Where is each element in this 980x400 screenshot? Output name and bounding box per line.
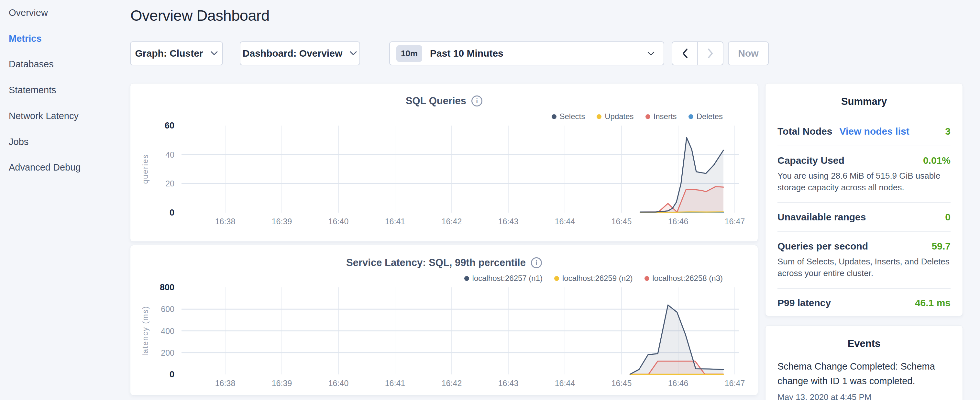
time-step-back-button[interactable] [672, 42, 697, 65]
sidebar-item-statements[interactable]: Statements [9, 85, 56, 96]
view-nodes-list-link[interactable]: View nodes list [839, 126, 909, 137]
chart-title: Service Latency: SQL, 99th percentile [346, 257, 526, 269]
info-icon[interactable]: i [531, 257, 542, 268]
sidebar-nav: OverviewMetricsDatabasesStatementsNetwor… [0, 0, 128, 400]
x-tick-label: 16:43 [498, 379, 519, 388]
x-tick-label: 16:40 [328, 217, 349, 226]
x-tick-label: 16:38 [215, 217, 235, 226]
summary-label: Unavailable ranges [778, 212, 866, 223]
controls-divider [374, 41, 374, 65]
x-tick-label: 16:44 [555, 379, 575, 388]
summary-description: You are using 28.6 MiB of 515.9 GiB usab… [778, 170, 951, 193]
legend-dot-icon [552, 114, 557, 119]
summary-value: 59.7 [932, 241, 951, 252]
x-tick-label: 16:43 [498, 217, 519, 226]
legend-item[interactable]: localhost:26259 (n2) [554, 274, 633, 283]
legend-item[interactable]: localhost:26258 (n3) [644, 274, 723, 283]
events-panel: Events Schema Change Completed: Schema c… [765, 325, 963, 400]
summary-value: 0 [945, 212, 951, 223]
sql-queries-chart-card: SQL Queries i SelectsUpdatesInsertsDelet… [130, 83, 758, 242]
sidebar-item-metrics[interactable]: Metrics [9, 33, 42, 44]
legend-item[interactable]: Inserts [646, 112, 677, 121]
legend-label: localhost:26257 (n1) [473, 274, 542, 283]
y-tick-label: 0 [136, 370, 174, 379]
x-tick-label: 16:39 [272, 217, 292, 226]
dashboard-dropdown[interactable]: Dashboard: Overview [240, 41, 360, 65]
legend-item[interactable]: Selects [552, 112, 585, 121]
summary-row-capacity-used: Capacity Used 0.01% You are using 28.6 M… [778, 146, 951, 202]
controls-bar: Graph: Cluster Dashboard: Overview 10m P… [130, 41, 777, 65]
sidebar-item-databases[interactable]: Databases [9, 59, 54, 70]
x-tick-label: 16:47 [725, 217, 745, 226]
sidebar-item-network-latency[interactable]: Network Latency [9, 111, 79, 121]
x-tick-label: 16:42 [442, 379, 462, 388]
now-button[interactable]: Now [728, 41, 769, 65]
summary-label: P99 latency [778, 297, 831, 308]
time-range-label: Past 10 Minutes [430, 48, 503, 59]
y-tick-label: 0 [136, 208, 174, 218]
chart-plot[interactable] [181, 126, 739, 213]
events-title: Events [765, 325, 963, 349]
legend-dot-icon [646, 114, 650, 119]
x-tick-label: 16:41 [385, 217, 406, 226]
chart-plot[interactable] [181, 287, 739, 375]
event-date: May 13, 2020 at 4:45 PM [778, 392, 951, 400]
chart-title: SQL Queries [406, 95, 466, 107]
legend-dot-icon [554, 276, 559, 281]
legend-item[interactable]: Deletes [689, 112, 723, 121]
x-tick-label: 16:39 [272, 379, 292, 388]
y-axis-label: queries [141, 154, 150, 184]
y-tick-label: 60 [136, 121, 174, 131]
summary-row-total-nodes: Total Nodes View nodes list 3 [778, 117, 951, 146]
legend-label: localhost:26259 (n2) [562, 274, 633, 283]
graph-scope-dropdown[interactable]: Graph: Cluster [130, 41, 223, 65]
chart-legend: SelectsUpdatesInsertsDeletes [552, 112, 723, 121]
x-tick-label: 16:45 [611, 217, 632, 226]
x-tick-label: 16:44 [555, 217, 575, 226]
time-step-buttons [672, 41, 724, 65]
chart-legend: localhost:26257 (n1)localhost:26259 (n2)… [464, 274, 723, 283]
legend-dot-icon [689, 114, 694, 119]
summary-value: 3 [945, 126, 951, 137]
chevron-down-icon [349, 51, 357, 56]
summary-label: Total Nodes [778, 126, 832, 137]
summary-title: Summary [765, 83, 963, 107]
x-tick-label: 16:46 [668, 379, 689, 388]
event-text: Schema Change Completed: Schema change w… [778, 359, 951, 388]
summary-description: Sum of Selects, Updates, Inserts, and De… [778, 256, 951, 279]
sidebar-item-overview[interactable]: Overview [9, 8, 48, 18]
chevron-down-icon [210, 51, 218, 56]
summary-label: Capacity Used [778, 155, 845, 166]
summary-row-queries-per-second: Queries per second 59.7 Sum of Selects, … [778, 231, 951, 288]
legend-label: Updates [605, 112, 633, 121]
summary-value: 46.1 ms [915, 297, 951, 308]
summary-panel: Summary Total Nodes View nodes list 3 Ca… [765, 83, 963, 316]
time-range-selector[interactable]: 10m Past 10 Minutes [389, 41, 664, 65]
time-range-badge: 10m [396, 45, 422, 62]
x-tick-label: 16:40 [328, 379, 349, 388]
chevron-down-icon [648, 51, 654, 56]
x-tick-label: 16:41 [385, 379, 406, 388]
legend-label: Deletes [697, 112, 723, 121]
legend-dot-icon [464, 276, 469, 281]
service-latency-chart-card: Service Latency: SQL, 99th percentile i … [130, 245, 758, 395]
sidebar-item-advanced-debug[interactable]: Advanced Debug [9, 162, 81, 173]
x-tick-label: 16:47 [725, 379, 745, 388]
info-icon[interactable]: i [471, 96, 482, 107]
y-tick-label: 800 [136, 282, 174, 293]
legend-item[interactable]: Updates [597, 112, 633, 121]
dashboard-dropdown-label: Dashboard: Overview [243, 48, 342, 59]
x-tick-label: 16:46 [668, 217, 689, 226]
sidebar-item-jobs[interactable]: Jobs [9, 137, 29, 147]
time-step-forward-button[interactable] [697, 42, 723, 65]
summary-row-unavailable-ranges: Unavailable ranges 0 [778, 202, 951, 231]
legend-label: Inserts [654, 112, 677, 121]
event-list-item[interactable]: Schema Change Completed: Schema change w… [778, 359, 951, 400]
legend-label: localhost:26258 (n3) [652, 274, 723, 283]
summary-row-p99-latency: P99 latency 46.1 ms [778, 288, 951, 317]
legend-item[interactable]: localhost:26257 (n1) [464, 274, 542, 283]
y-axis-label: latency (ms) [141, 306, 150, 356]
legend-dot-icon [644, 276, 649, 281]
summary-label: Queries per second [778, 241, 868, 252]
legend-dot-icon [597, 114, 601, 119]
